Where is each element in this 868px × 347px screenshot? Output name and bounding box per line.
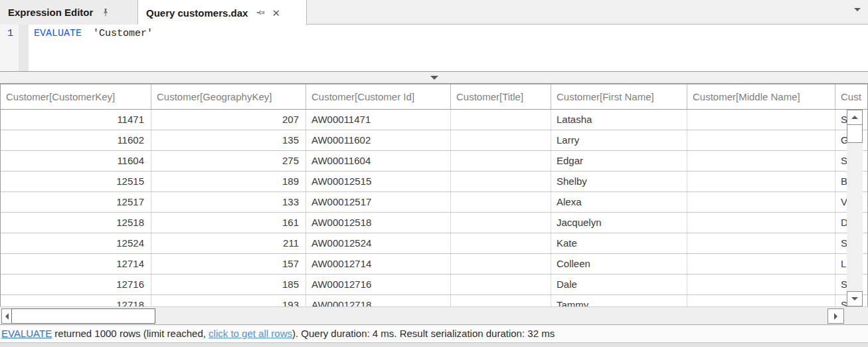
grid-cell-customer-id[interactable]: AW00011602 <box>306 130 451 150</box>
close-icon[interactable]: ✕ <box>272 8 280 18</box>
column-header-customer-id[interactable]: Customer[Customer Id] <box>306 84 451 109</box>
grid-cell-customerkey[interactable]: 11471 <box>1 110 151 130</box>
grid-cell-customerkey[interactable]: 12524 <box>1 233 151 253</box>
horizontal-scrollbar-thumb[interactable] <box>11 308 155 324</box>
grid-cell-customer-id[interactable]: AW00012718 <box>306 295 451 306</box>
tab-expression-editor[interactable]: Expression Editor <box>0 0 138 25</box>
grid-cell-title[interactable] <box>451 295 551 306</box>
grid-cell-geographykey[interactable]: 211 <box>151 233 306 253</box>
grid-cell-title[interactable] <box>451 213 551 233</box>
grid-cell-first-name[interactable]: Alexa <box>551 192 687 212</box>
pin-icon[interactable] <box>256 8 265 17</box>
grid-cell-geographykey[interactable]: 157 <box>151 254 306 274</box>
grid-cell-first-name[interactable]: Latasha <box>551 110 687 130</box>
column-header-middle-name[interactable]: Customer[Middle Name] <box>687 84 835 109</box>
column-header-geographykey[interactable]: Customer[GeographyKey] <box>151 84 306 109</box>
grid-cell-geographykey[interactable]: 207 <box>151 110 306 130</box>
scroll-right-button[interactable] <box>827 308 844 324</box>
grid-cell-geographykey[interactable]: 185 <box>151 275 306 294</box>
grid-cell-customer-id[interactable]: AW00012716 <box>306 275 451 294</box>
grid-cell-middle-name[interactable] <box>687 275 835 294</box>
column-header-title[interactable]: Customer[Title] <box>451 84 551 109</box>
status-text-tail: ). Query duration: 4 ms. Result serializ… <box>292 328 555 339</box>
status-text: returned 1000 rows (limit reached, <box>52 328 209 339</box>
grid-cell-first-name[interactable]: Jacquelyn <box>551 213 687 233</box>
grid-cell-middle-name[interactable] <box>687 295 835 306</box>
pin-icon[interactable] <box>101 8 110 17</box>
scroll-left-button[interactable] <box>1 308 12 324</box>
table-row: 12718 193 AW00012718 Tammy S <box>1 295 867 306</box>
tab-query-customers-dax[interactable]: Query customers.dax ✕ <box>138 0 307 25</box>
grid-cell-middle-name[interactable] <box>687 172 835 191</box>
grid-cell-first-name[interactable]: Larry <box>551 130 687 150</box>
grid-cell-title[interactable] <box>451 275 551 294</box>
collapse-pane-icon[interactable] <box>430 76 438 80</box>
code-line[interactable]: EVALUATE'Customer' <box>29 25 153 71</box>
grid-cell-first-name[interactable]: Edgar <box>551 151 687 171</box>
vertical-scrollbar-thumb[interactable] <box>847 124 863 143</box>
table-row: 12716 185 AW00012716 Dale S <box>1 275 867 295</box>
horizontal-scrollbar[interactable] <box>0 306 868 324</box>
scroll-up-button[interactable] <box>847 110 863 125</box>
grid-cell-title[interactable] <box>451 192 551 212</box>
grid-cell-first-name[interactable]: Tammy <box>551 295 687 306</box>
grid-cell-customerkey[interactable]: 12515 <box>1 172 151 191</box>
grid-cell-first-name[interactable]: Dale <box>551 275 687 294</box>
grid-cell-title[interactable] <box>451 254 551 274</box>
grid-cell-customer-id[interactable]: AW00012515 <box>306 172 451 191</box>
tab-label: Query customers.dax <box>146 7 248 19</box>
results-grid: Customer[CustomerKey] Customer[Geography… <box>0 84 868 306</box>
column-header-last-name-truncated[interactable]: Cust <box>835 84 867 109</box>
grid-cell-middle-name[interactable] <box>687 151 835 171</box>
grid-cell-middle-name[interactable] <box>687 254 835 274</box>
grid-cell-middle-name[interactable] <box>687 110 835 130</box>
grid-cell-customerkey[interactable]: 11602 <box>1 130 151 150</box>
grid-cell-title[interactable] <box>451 130 551 150</box>
grid-cell-first-name[interactable]: Shelby <box>551 172 687 191</box>
grid-cell-customerkey[interactable]: 12518 <box>1 213 151 233</box>
pane-splitter[interactable] <box>0 72 868 84</box>
arrow-right-icon <box>834 313 837 320</box>
grid-cell-customerkey[interactable]: 12714 <box>1 254 151 274</box>
grid-cell-customer-id[interactable]: AW00011604 <box>306 151 451 171</box>
grid-cell-geographykey[interactable]: 133 <box>151 192 306 212</box>
line-number-gutter: 1 <box>0 25 19 71</box>
grid-cell-geographykey[interactable]: 189 <box>151 172 306 191</box>
grid-body: 11471 207 AW00011471 Latasha S 11602 135… <box>1 110 867 306</box>
grid-cell-first-name[interactable]: Colleen <box>551 254 687 274</box>
grid-cell-customerkey[interactable]: 12716 <box>1 275 151 294</box>
grid-cell-customer-id[interactable]: AW00012714 <box>306 254 451 274</box>
evaluate-doc-link[interactable]: EVALUATE <box>1 328 52 339</box>
grid-cell-middle-name[interactable] <box>687 130 835 150</box>
vertical-scrollbar[interactable] <box>847 110 863 306</box>
table-row: 11604 275 AW00011604 Edgar S <box>1 151 867 172</box>
grid-cell-geographykey[interactable]: 193 <box>151 295 306 306</box>
grid-cell-customer-id[interactable]: AW00011471 <box>306 110 451 130</box>
grid-cell-title[interactable] <box>451 172 551 191</box>
get-all-rows-link[interactable]: click to get all rows <box>209 328 292 339</box>
grid-cell-title[interactable] <box>451 110 551 130</box>
column-header-customerkey[interactable]: Customer[CustomerKey] <box>1 84 151 109</box>
tab-list-dropdown-icon[interactable] <box>854 11 861 23</box>
grid-cell-customer-id[interactable]: AW00012524 <box>306 233 451 253</box>
grid-cell-middle-name[interactable] <box>687 192 835 212</box>
grid-cell-customer-id[interactable]: AW00012517 <box>306 192 451 212</box>
grid-cell-first-name[interactable]: Kate <box>551 233 687 253</box>
grid-cell-customerkey[interactable]: 11604 <box>1 151 151 171</box>
grid-cell-title[interactable] <box>451 233 551 253</box>
table-row: 12515 189 AW00012515 Shelby B <box>1 172 867 192</box>
code-editor[interactable]: 1 EVALUATE'Customer' <box>0 25 868 72</box>
grid-cell-customerkey[interactable]: 12718 <box>1 295 151 306</box>
grid-cell-middle-name[interactable] <box>687 213 835 233</box>
tab-strip: Expression Editor Query customers.dax ✕ <box>0 0 868 25</box>
dax-table-reference: 'Customer' <box>93 28 153 39</box>
grid-cell-customerkey[interactable]: 12517 <box>1 192 151 212</box>
grid-cell-title[interactable] <box>451 151 551 171</box>
scroll-down-button[interactable] <box>847 291 863 306</box>
grid-cell-customer-id[interactable]: AW00012518 <box>306 213 451 233</box>
grid-cell-geographykey[interactable]: 161 <box>151 213 306 233</box>
grid-cell-geographykey[interactable]: 135 <box>151 130 306 150</box>
grid-cell-middle-name[interactable] <box>687 233 835 253</box>
column-header-first-name[interactable]: Customer[First Name] <box>551 84 687 109</box>
grid-cell-geographykey[interactable]: 275 <box>151 151 306 171</box>
